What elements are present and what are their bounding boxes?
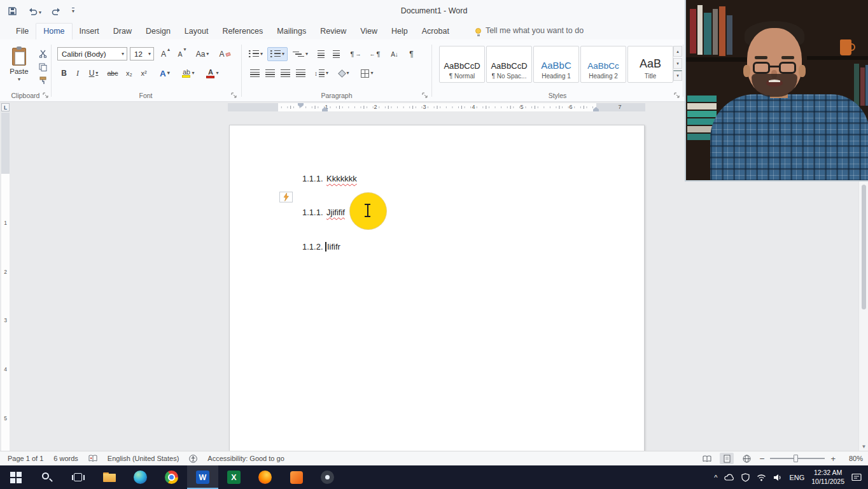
font-size-combobox[interactable]: 12 ▾ xyxy=(130,47,154,60)
recorder-app-button[interactable] xyxy=(312,465,343,489)
tab-review[interactable]: Review xyxy=(313,24,353,39)
customize-quick-access-button[interactable]: ▾ xyxy=(72,8,74,14)
page-indicator[interactable]: Page 1 of 1 xyxy=(8,455,43,462)
paragraph-dialog-launcher[interactable] xyxy=(421,92,428,99)
right-to-left-text-button[interactable]: ←¶ xyxy=(367,47,383,61)
scrollbar-down-arrow[interactable]: ▼ xyxy=(859,444,868,450)
web-layout-button[interactable] xyxy=(739,453,753,464)
proofing-status-icon[interactable] xyxy=(88,455,97,462)
styles-scroll-up-button[interactable]: ▴ xyxy=(673,46,682,57)
increase-indent-button[interactable] xyxy=(330,47,343,61)
style-heading-1[interactable]: AaBbC Heading 1 xyxy=(533,46,579,83)
tab-references[interactable]: References xyxy=(215,24,270,39)
excel-taskbar-button[interactable]: X xyxy=(218,465,249,489)
clipboard-dialog-launcher[interactable] xyxy=(42,92,49,99)
style-heading-2[interactable]: AaBbCc Heading 2 xyxy=(580,46,626,83)
font-color-button[interactable]: A ▾ xyxy=(202,66,223,80)
accessibility-status[interactable]: Accessibility: Good to go xyxy=(207,455,284,462)
tab-file[interactable]: File xyxy=(9,24,36,39)
cloud-icon[interactable] xyxy=(724,474,734,481)
scrollbar-thumb[interactable] xyxy=(862,185,866,309)
redo-button[interactable] xyxy=(52,6,62,15)
style-no-spacing[interactable]: AaBbCcD ¶ No Spac... xyxy=(486,46,532,83)
language-switcher[interactable]: ENG xyxy=(789,474,804,481)
chrome-button[interactable] xyxy=(156,465,187,489)
shrink-font-button[interactable]: A▾ xyxy=(174,47,190,61)
start-button[interactable] xyxy=(0,465,31,489)
zoom-slider[interactable] xyxy=(770,458,825,459)
decrease-indent-button[interactable] xyxy=(314,47,328,61)
file-explorer-button[interactable] xyxy=(94,465,125,489)
line-spacing-button[interactable]: ↕▾ xyxy=(312,66,331,80)
text-highlight-color-button[interactable]: ab ▾ xyxy=(178,66,199,80)
style-title[interactable]: AaB Title xyxy=(627,46,673,83)
print-layout-button[interactable] xyxy=(720,453,734,464)
zoom-out-button[interactable]: − xyxy=(759,453,764,464)
sort-button[interactable]: A↓ xyxy=(387,47,402,61)
volume-icon[interactable] xyxy=(773,474,782,481)
text-effects-button[interactable]: A▾ xyxy=(157,66,173,80)
bullets-button[interactable]: ▾ xyxy=(247,47,265,61)
orange-app-button[interactable] xyxy=(281,465,312,489)
align-left-button[interactable] xyxy=(248,66,261,80)
superscript-button[interactable]: x² xyxy=(137,66,151,80)
language-indicator[interactable]: English (United States) xyxy=(108,455,179,462)
clock[interactable]: 12:32 AM 10/11/2025 xyxy=(811,469,844,486)
read-mode-button[interactable] xyxy=(700,453,714,464)
borders-button[interactable]: ▾ xyxy=(358,66,377,80)
grow-font-button[interactable]: A▴ xyxy=(158,47,173,61)
word-count[interactable]: 6 words xyxy=(53,455,78,462)
shading-button[interactable]: ▾ xyxy=(335,66,354,80)
zoom-slider-thumb[interactable] xyxy=(794,455,798,462)
italic-button[interactable]: I xyxy=(71,66,84,80)
task-view-button[interactable] xyxy=(62,465,94,489)
word-taskbar-button[interactable]: W xyxy=(187,465,218,489)
action-center-button[interactable] xyxy=(851,473,862,481)
tab-home[interactable]: Home xyxy=(36,23,72,39)
wifi-icon[interactable] xyxy=(757,474,766,481)
tab-help[interactable]: Help xyxy=(384,24,415,39)
align-right-button[interactable] xyxy=(279,66,291,80)
shield-icon[interactable] xyxy=(741,473,750,482)
document-page[interactable]: 1.1.1. Kkkkkkk 1.1.1. Jjififif 1.1.2. Ii… xyxy=(229,125,645,451)
bold-button[interactable]: B xyxy=(57,66,71,80)
strikethrough-button[interactable]: abc xyxy=(104,66,121,80)
font-dialog-launcher[interactable] xyxy=(230,92,237,99)
show-formatting-marks-button[interactable]: ¶ xyxy=(405,47,418,61)
tab-selector[interactable]: L xyxy=(1,103,10,111)
cut-button[interactable] xyxy=(36,46,49,60)
show-hidden-icons-button[interactable]: ^ xyxy=(714,474,717,481)
taskbar-search-button[interactable] xyxy=(31,465,62,489)
tab-layout[interactable]: Layout xyxy=(178,24,216,39)
tab-view[interactable]: View xyxy=(353,24,384,39)
justify-button[interactable] xyxy=(294,66,307,80)
styles-dialog-launcher[interactable] xyxy=(673,92,680,99)
tab-draw[interactable]: Draw xyxy=(106,24,139,39)
style-normal[interactable]: AaBbCcD ¶ Normal xyxy=(439,46,485,83)
subscript-button[interactable]: x₂ xyxy=(122,66,136,80)
tab-design[interactable]: Design xyxy=(139,24,178,39)
tab-insert[interactable]: Insert xyxy=(73,24,106,39)
paste-button[interactable]: Paste ▾ xyxy=(4,45,34,90)
format-painter-button[interactable] xyxy=(36,73,49,87)
copy-button[interactable] xyxy=(36,60,49,74)
tab-mailings[interactable]: Mailings xyxy=(270,24,313,39)
align-center-button[interactable] xyxy=(263,66,276,80)
edge-button[interactable] xyxy=(125,465,156,489)
underline-button[interactable]: U▾ xyxy=(85,66,102,80)
autocorrect-options-button[interactable] xyxy=(279,192,293,202)
clear-formatting-button[interactable]: A xyxy=(216,47,233,61)
zoom-level[interactable]: 80% xyxy=(841,455,863,462)
styles-gallery-more-button[interactable]: ▾ xyxy=(673,70,682,81)
change-case-button[interactable]: Aa▾ xyxy=(192,47,213,61)
firefox-button[interactable] xyxy=(249,465,281,489)
multilevel-list-button[interactable]: ▾ xyxy=(290,47,311,61)
zoom-in-button[interactable]: + xyxy=(830,454,836,464)
font-name-combobox[interactable]: Calibri (Body) ▾ xyxy=(57,47,127,60)
styles-scroll-down-button[interactable]: ▾ xyxy=(673,58,682,69)
save-button[interactable] xyxy=(8,6,17,16)
left-to-right-text-button[interactable]: ¶→ xyxy=(347,47,364,61)
undo-button[interactable]: ▾ xyxy=(27,6,41,15)
tab-acrobat[interactable]: Acrobat xyxy=(415,24,456,39)
tell-me-box[interactable]: Tell me what you want to do xyxy=(475,26,584,39)
